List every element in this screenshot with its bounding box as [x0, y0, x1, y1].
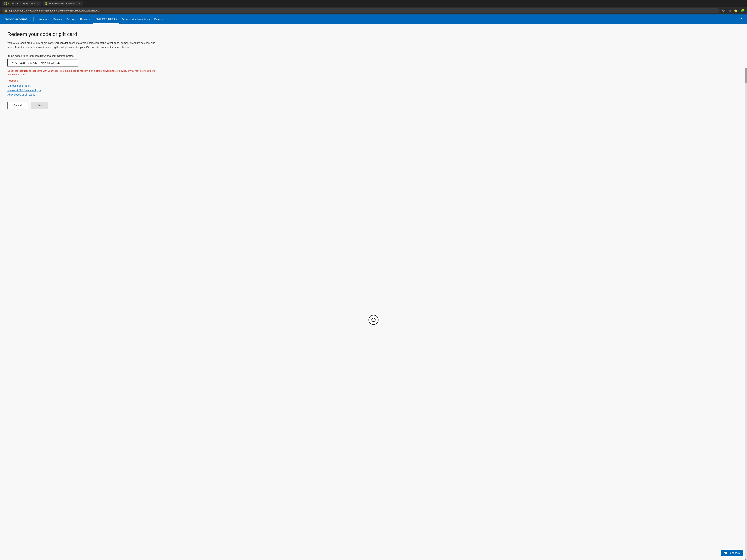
redeem-link-ms365-family[interactable]: Microsoft 365 Family — [7, 84, 31, 87]
account-email: daronmoorejr@yahoo.com — [26, 54, 56, 57]
nav-brand[interactable]: icrosoft account — [4, 15, 27, 24]
ms-nav: icrosoft account Your info Privacy Secur… — [0, 15, 747, 24]
scroll-thumb — [745, 68, 747, 83]
payment-billing-chevron: ∨ — [115, 18, 117, 20]
nav-item-services-subscriptions[interactable]: Services & subscriptions — [119, 15, 152, 24]
account-label: It'll be added to daronmoorejr@yahoo.com… — [7, 54, 740, 57]
redeem-link-item-ms365-family: Microsoft 365 Family — [7, 84, 740, 87]
redeem-link-item-ms365-business: Microsoft 365 Business Apps — [7, 88, 740, 92]
page-description: With a Microsoft product key or gift car… — [7, 41, 159, 49]
code-input-container — [7, 59, 78, 66]
tab-favicon-2 — [45, 2, 47, 5]
error-message: Check the instructions that came with yo… — [7, 69, 159, 76]
code-input[interactable] — [7, 59, 78, 66]
cancel-button[interactable]: Cancel — [7, 102, 28, 109]
nav-item-payment-billing-label: Payment & billing — [95, 18, 115, 20]
svg-rect-7 — [46, 3, 47, 5]
svg-rect-6 — [45, 3, 46, 5]
address-bar[interactable]: 🔒 https://account.microsoft.com/billing/… — [2, 8, 720, 13]
redeem-links: Microsoft 365 Family Microsoft 365 Busin… — [7, 84, 740, 96]
svg-rect-4 — [45, 2, 46, 3]
read-aloud-icon[interactable]: A)) — [721, 8, 726, 14]
nav-item-privacy-label: Privacy — [53, 18, 62, 21]
browser-tab-2[interactable]: Microsoft account | Redeem y... ✕ — [43, 1, 83, 5]
browser-actions: A)) ☆ ⭐ 🧩 — [721, 8, 745, 14]
nav-item-rewards[interactable]: Rewards — [78, 15, 93, 24]
nav-item-rewards-label: Rewards — [80, 18, 91, 21]
tab-favicon-1 — [4, 2, 7, 5]
favorites-icon[interactable]: ☆ — [728, 8, 732, 13]
tab-2-close[interactable]: ✕ — [79, 2, 81, 5]
nav-item-devices-label: Devices — [154, 18, 163, 21]
nav-item-payment-billing[interactable]: Payment & billing ∨ — [93, 15, 119, 24]
browser-tab-1[interactable]: Microsoft account | Services & ✕ — [2, 1, 41, 5]
svg-rect-1 — [5, 2, 7, 3]
svg-rect-5 — [46, 2, 47, 3]
account-region: (United States) — [57, 54, 74, 57]
svg-rect-2 — [4, 3, 5, 5]
search-overlay-inner — [371, 318, 376, 322]
redeem-link-xbox[interactable]: Xbox codes or gift cards — [7, 93, 35, 96]
tab-2-label: Microsoft account | Redeem y... — [49, 2, 77, 4]
collections-icon[interactable]: ⭐ — [733, 8, 739, 13]
feedback-label: Feedback — [729, 552, 740, 555]
svg-rect-3 — [5, 3, 7, 5]
main-content: Redeem your code or gift card With a Mic… — [0, 24, 747, 560]
nav-item-privacy[interactable]: Privacy — [51, 15, 64, 24]
button-row: Cancel Next — [7, 102, 740, 109]
url-prefix: https:// — [8, 9, 16, 12]
nav-item-your-info[interactable]: Your info — [36, 15, 51, 24]
scroll-indicator[interactable]: ▼ — [745, 68, 747, 560]
tab-1-close[interactable]: ✕ — [37, 2, 39, 5]
redeem-label: Redeem: — [7, 79, 740, 82]
nav-item-security[interactable]: Security — [64, 15, 78, 24]
nav-item-your-info-label: Your info — [39, 18, 49, 21]
account-label-prefix: It'll be added to — [7, 54, 26, 57]
feedback-icon: 💬 — [724, 552, 727, 555]
next-button[interactable]: Next — [31, 102, 48, 109]
url-text: https://account.microsoft.com/billing/re… — [8, 9, 99, 12]
nav-help-icon[interactable]: ? — [739, 15, 743, 24]
redeem-link-ms365-business[interactable]: Microsoft 365 Business Apps — [7, 89, 41, 92]
nav-item-devices[interactable]: Devices — [152, 15, 166, 24]
redeem-link-item-xbox: Xbox codes or gift cards — [7, 93, 740, 96]
svg-rect-0 — [4, 2, 5, 3]
nav-item-security-label: Security — [66, 18, 76, 21]
nav-item-services-subscriptions-label: Services & subscriptions — [122, 18, 150, 21]
url-domain: account.microsoft.com — [16, 9, 40, 12]
lock-icon: 🔒 — [4, 9, 7, 12]
feedback-button[interactable]: 💬 Feedback — [721, 550, 743, 556]
url-path: /billing/redeem?ref=xboxcom&fref=account… — [40, 9, 99, 12]
browser-chrome: Microsoft account | Services & ✕ Microso… — [0, 0, 747, 7]
extensions-icon[interactable]: 🧩 — [740, 8, 745, 13]
page-title: Redeem your code or gift card — [7, 31, 740, 37]
address-bar-row: 🔒 https://account.microsoft.com/billing/… — [0, 7, 747, 15]
tab-1-label: Microsoft account | Services & — [8, 2, 35, 4]
scroll-arrow-down[interactable]: ▼ — [745, 558, 747, 560]
search-overlay — [368, 315, 379, 325]
